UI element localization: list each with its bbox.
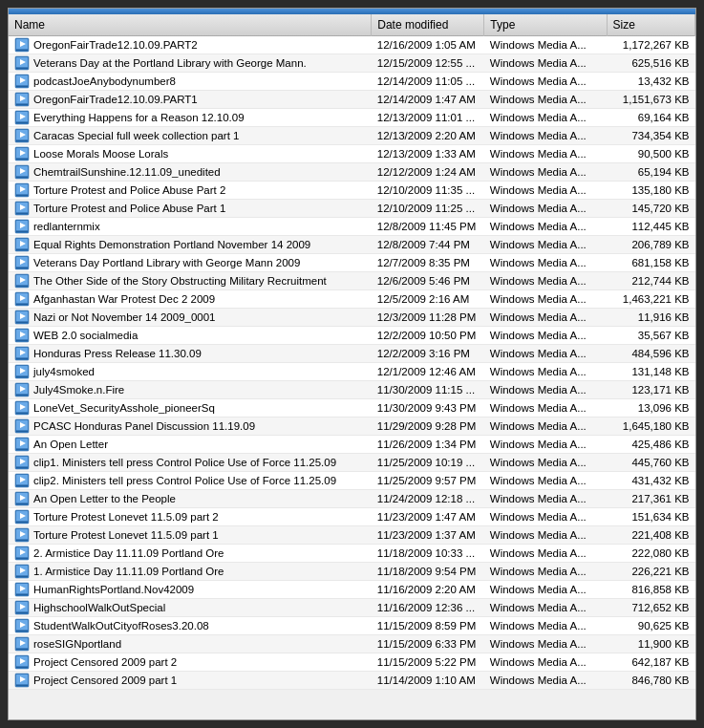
svg-rect-51: [16, 268, 28, 268]
table-row[interactable]: clip1. Ministers tell press Control Poli…: [9, 454, 695, 472]
cell-name: Veterans Day at the Portland Library wit…: [9, 54, 372, 73]
file-name: Everything Happens for a Reason 12.10.09: [33, 112, 245, 123]
table-row[interactable]: OregonFairTrade12.10.09.PART1 12/14/2009…: [9, 91, 695, 109]
table-row[interactable]: Honduras Press Release 11.30.09 12/2/200…: [9, 345, 695, 363]
svg-rect-3: [16, 50, 28, 51]
cell-type: Windows Media A...: [484, 309, 607, 327]
file-name: roseSIGNportland: [33, 638, 121, 650]
cell-date: 12/10/2009 11:25 ...: [372, 200, 484, 218]
table-row[interactable]: HighschoolWalkOutSpecial 11/16/2009 12:3…: [9, 599, 695, 617]
table-row[interactable]: Veterans Day Portland Library with Georg…: [9, 254, 695, 272]
table-row[interactable]: redlanternmix 12/8/2009 11:45 PM Windows…: [9, 218, 695, 236]
cell-type: Windows Media A...: [484, 54, 607, 73]
table-row[interactable]: Veterans Day at the Portland Library wit…: [9, 54, 695, 73]
file-explorer-window: Name Date modified Type Size: [8, 8, 696, 720]
cell-name: An Open Letter: [9, 436, 372, 454]
table-header[interactable]: Name Date modified Type Size: [9, 14, 695, 36]
cell-name: Project Censored 2009 part 1: [9, 672, 372, 690]
table-row[interactable]: Project Censored 2009 part 2 11/15/2009 …: [9, 653, 695, 672]
cell-type: Windows Media A...: [484, 454, 607, 472]
cell-size: 625,516 KB: [607, 54, 694, 73]
table-row[interactable]: StudentWalkOutCityofRoses3.20.08 11/15/2…: [9, 617, 695, 635]
table-row[interactable]: Caracas Special full week collection par…: [9, 127, 695, 145]
table-row[interactable]: PCASC Honduras Panel Discussion 11.19.09…: [9, 418, 695, 436]
table-row[interactable]: 1. Armistice Day 11.11.09 Portland Ore 1…: [9, 563, 695, 581]
cell-name: OregonFairTrade12.10.09.PART2: [9, 36, 372, 54]
cell-name: HumanRightsPortland.Nov42009: [9, 581, 372, 599]
svg-rect-135: [16, 649, 28, 650]
cell-date: 11/18/2009 9:54 PM: [372, 563, 484, 581]
cell-date: 12/1/2009 12:46 AM: [372, 363, 484, 381]
table-row[interactable]: Afganhastan War Protest Dec 2 2009 12/5/…: [9, 290, 695, 309]
file-icon: [14, 328, 30, 343]
cell-size: 1,172,267 KB: [607, 36, 694, 54]
table-row[interactable]: podcastJoeAnybodynumber8 12/14/2009 11:0…: [9, 73, 695, 91]
cell-date: 11/15/2009 5:22 PM: [372, 653, 484, 672]
file-icon: [14, 291, 30, 307]
table-row[interactable]: Equal Rights Demonstration Portland Nove…: [9, 236, 695, 254]
file-icon: [14, 255, 30, 270]
file-name: clip2. Ministers tell press Control Poli…: [33, 475, 336, 486]
table-row[interactable]: Torture Protest Lonevet 11.5.09 part 2 1…: [9, 508, 695, 526]
table-row[interactable]: WEB 2.0 socialmedia 12/2/2009 10:50 PM W…: [9, 327, 695, 345]
cell-name: July4Smoke.n.Fire: [9, 381, 372, 399]
table-row[interactable]: The Other Side of the Story Obstructing …: [9, 272, 695, 290]
cell-type: Windows Media A...: [484, 163, 607, 182]
cell-name: clip1. Ministers tell press Control Poli…: [9, 454, 372, 472]
cell-type: Windows Media A...: [484, 672, 607, 690]
table-row[interactable]: OregonFairTrade12.10.09.PART2 12/16/2009…: [9, 36, 695, 54]
cell-name: An Open Letter to the People: [9, 490, 372, 508]
table-row[interactable]: An Open Letter 11/26/2009 1:34 PM Window…: [9, 436, 695, 454]
file-name: Afganhastan War Protest Dec 2 2009: [33, 293, 215, 305]
file-name: Project Censored 2009 part 1: [33, 674, 177, 686]
cell-name: roseSIGNportland: [9, 635, 372, 653]
table-row[interactable]: ChemtrailSunshine.12.11.09_unedited 12/1…: [9, 163, 695, 182]
cell-type: Windows Media A...: [484, 200, 607, 218]
cell-type: Windows Media A...: [484, 563, 607, 581]
table-row[interactable]: Loose Morals Moose Lorals 12/13/2009 1:3…: [9, 145, 695, 163]
cell-type: Windows Media A...: [484, 581, 607, 599]
table-row[interactable]: Everything Happens for a Reason 12.10.09…: [9, 109, 695, 127]
svg-rect-55: [16, 286, 28, 287]
svg-rect-59: [16, 304, 28, 305]
table-row[interactable]: roseSIGNportland 11/15/2009 6:33 PM Wind…: [9, 635, 695, 653]
file-name: Caracas Special full week collection par…: [33, 130, 239, 141]
table-row[interactable]: Torture Protest Lonevet 11.5.09 part 1 1…: [9, 526, 695, 545]
file-icon: [14, 400, 30, 416]
file-icon: [14, 74, 30, 89]
table-row[interactable]: clip2. Ministers tell press Control Poli…: [9, 472, 695, 490]
column-header-size[interactable]: Size: [607, 14, 694, 36]
file-name: ChemtrailSunshine.12.11.09_unedited: [33, 166, 221, 178]
file-icon: [14, 364, 30, 379]
svg-rect-35: [16, 195, 28, 196]
table-row[interactable]: July4Smoke.n.Fire 11/30/2009 11:15 ... W…: [9, 381, 695, 399]
table-row[interactable]: An Open Letter to the People 11/24/2009 …: [9, 490, 695, 508]
svg-rect-103: [16, 503, 28, 504]
table-row[interactable]: july4smoked 12/1/2009 12:46 AM Windows M…: [9, 363, 695, 381]
column-header-type[interactable]: Type: [484, 14, 607, 36]
column-header-name[interactable]: Name: [9, 14, 372, 36]
cell-type: Windows Media A...: [484, 254, 607, 272]
table-row[interactable]: Torture Protest and Police Abuse Part 1 …: [9, 200, 695, 218]
table-row[interactable]: 2. Armistice Day 11.11.09 Portland Ore 1…: [9, 545, 695, 563]
cell-size: 90,500 KB: [607, 145, 694, 163]
table-row[interactable]: Project Censored 2009 part 1 11/14/2009 …: [9, 672, 695, 690]
cell-size: 1,463,221 KB: [607, 290, 694, 309]
column-header-date[interactable]: Date modified: [372, 14, 484, 36]
file-name: PCASC Honduras Panel Discussion 11.19.09: [33, 420, 255, 432]
file-list-container[interactable]: Name Date modified Type Size: [9, 14, 695, 719]
cell-type: Windows Media A...: [484, 399, 607, 418]
svg-rect-91: [16, 449, 28, 450]
cell-type: Windows Media A...: [484, 236, 607, 254]
table-row[interactable]: Nazi or Not November 14 2009_0001 12/3/2…: [9, 309, 695, 327]
cell-size: 212,744 KB: [607, 272, 694, 290]
cell-type: Windows Media A...: [484, 381, 607, 399]
cell-date: 11/25/2009 9:57 PM: [372, 472, 484, 490]
file-name: 2. Armistice Day 11.11.09 Portland Ore: [33, 547, 224, 559]
table-row[interactable]: HumanRightsPortland.Nov42009 11/16/2009 …: [9, 581, 695, 599]
file-name: HighschoolWalkOutSpecial: [33, 602, 165, 613]
table-row[interactable]: LoneVet_SecurityAsshole_pioneerSq 11/30/…: [9, 399, 695, 418]
svg-rect-139: [16, 667, 28, 668]
file-name: Loose Morals Moose Lorals: [33, 148, 168, 160]
table-row[interactable]: Torture Protest and Police Abuse Part 2 …: [9, 182, 695, 200]
